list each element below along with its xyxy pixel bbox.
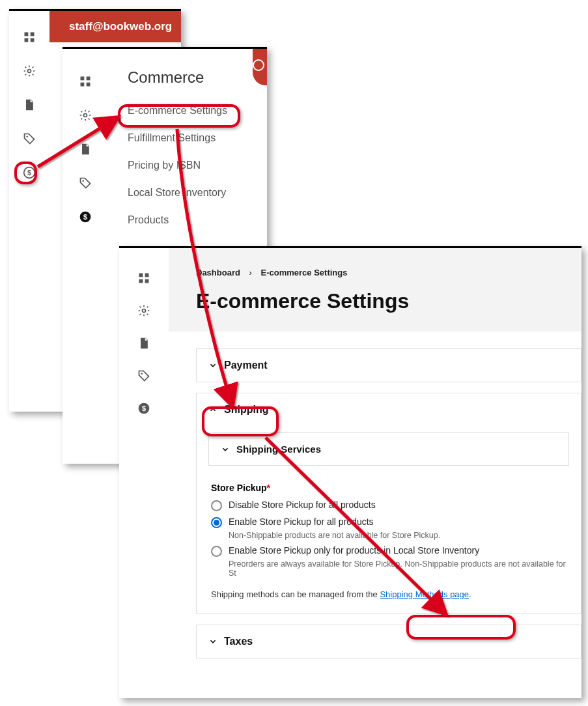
svg-point-5	[26, 135, 28, 137]
dashboard-icon[interactable]	[137, 272, 150, 285]
radio-icon[interactable]	[211, 546, 222, 557]
section-taxes-label: Taxes	[224, 636, 253, 647]
option-1-note: Non-Shippable products are not available…	[229, 531, 569, 540]
footnote-suffix: .	[469, 589, 471, 599]
dashboard-icon[interactable]	[23, 31, 36, 44]
section-shipping-label: Shipping	[224, 404, 268, 416]
gear-icon[interactable]	[23, 64, 36, 78]
page-content: Dashboard › E-commerce Settings E-commer…	[169, 248, 581, 698]
gear-icon[interactable]	[79, 109, 92, 122]
radio-icon[interactable]	[211, 517, 222, 528]
panel-ecommerce-settings: $ Dashboard › E-commerce Settings E-comm…	[119, 246, 581, 698]
svg-text:$: $	[83, 213, 87, 221]
svg-text:$: $	[27, 169, 31, 176]
section-payment: Payment	[196, 348, 581, 382]
svg-point-13	[82, 180, 84, 182]
radio-icon[interactable]	[211, 500, 222, 511]
svg-rect-16	[139, 274, 143, 277]
page-header: Dashboard › E-commerce Settings E-commer…	[169, 248, 581, 332]
required-marker: *	[267, 483, 270, 493]
option-label: Enable Store Pickup only for products in…	[229, 545, 479, 556]
settings-accordion: Payment Shipping Shipping Services	[196, 348, 581, 658]
tag-icon[interactable]	[23, 132, 36, 145]
svg-rect-0	[25, 33, 29, 36]
tag-icon[interactable]	[79, 176, 92, 190]
breadcrumb: Dashboard › E-commerce Settings	[196, 268, 554, 277]
subsection-shipping-services-header[interactable]: Shipping Services	[209, 433, 568, 465]
section-payment-header[interactable]: Payment	[197, 349, 581, 382]
svg-point-4	[28, 70, 31, 73]
footnote-prefix: Shipping methods can be managed from the	[211, 589, 380, 599]
svg-rect-8	[81, 77, 85, 81]
section-shipping: Shipping Shipping Services Store Pickup*	[196, 393, 581, 614]
section-taxes-header[interactable]: Taxes	[197, 625, 581, 658]
subsection-shipping-services: Shipping Services	[208, 432, 569, 466]
option-label: Disable Store Pickup for all products	[229, 500, 376, 510]
svg-text:$: $	[142, 404, 146, 412]
svg-rect-19	[145, 279, 149, 283]
sidebar: $	[9, 11, 49, 412]
page-title: E-commerce Settings	[196, 289, 554, 313]
tag-icon[interactable]	[137, 369, 150, 382]
user-header: staff@bookweb.org	[49, 11, 181, 42]
option-label: Enable Store Pickup for all products	[229, 516, 374, 527]
dashboard-icon[interactable]	[79, 75, 92, 88]
page-icon[interactable]	[79, 143, 92, 156]
commerce-menu: Commerce E-commerce Settings Fulfillment…	[115, 62, 260, 242]
svg-rect-17	[145, 274, 149, 277]
store-pickup-label: Store Pickup*	[211, 483, 569, 493]
svg-point-21	[141, 373, 143, 374]
svg-rect-1	[31, 33, 35, 36]
breadcrumb-separator: ›	[249, 268, 252, 277]
breadcrumb-current: E-commerce Settings	[261, 268, 348, 277]
svg-rect-11	[87, 83, 91, 87]
shipping-methods-link[interactable]: Shipping Methods page	[380, 589, 469, 599]
page-icon[interactable]	[137, 337, 150, 350]
svg-point-20	[143, 309, 146, 313]
section-payment-label: Payment	[224, 360, 268, 371]
store-pickup-option-0[interactable]: Disable Store Pickup for all products	[211, 500, 569, 511]
dollar-icon[interactable]: $	[23, 166, 36, 179]
store-pickup-option-1[interactable]: Enable Store Pickup for all products	[211, 516, 569, 528]
section-taxes: Taxes	[196, 625, 581, 658]
svg-rect-3	[31, 38, 35, 42]
dollar-icon[interactable]: $	[137, 402, 150, 415]
chevron-down-icon	[208, 361, 217, 370]
svg-rect-18	[139, 279, 143, 283]
chevron-up-icon	[208, 405, 217, 414]
svg-rect-9	[87, 77, 91, 81]
breadcrumb-root[interactable]: Dashboard	[196, 268, 240, 277]
dollar-icon[interactable]: $	[79, 210, 92, 223]
sidebar: $	[63, 49, 108, 464]
menu-title: Commerce	[128, 68, 260, 87]
svg-rect-10	[81, 83, 85, 87]
menu-item-fulfillment-settings[interactable]: Fulfillment Settings	[128, 132, 260, 144]
store-pickup-option-2[interactable]: Enable Store Pickup only for products in…	[211, 545, 569, 557]
user-email: staff@bookweb.org	[69, 20, 172, 33]
subsection-label: Shipping Services	[236, 444, 321, 455]
svg-rect-2	[25, 38, 29, 42]
option-2-note: Preorders are always available for Store…	[229, 559, 569, 578]
menu-item-local-store-inventory[interactable]: Local Store Inventory	[128, 187, 260, 199]
section-shipping-body: Shipping Services Store Pickup* Disable …	[197, 432, 581, 614]
section-shipping-header[interactable]: Shipping	[197, 393, 581, 426]
menu-item-products[interactable]: Products	[128, 214, 260, 226]
shipping-footnote: Shipping methods can be managed from the…	[211, 589, 569, 599]
sidebar: $	[119, 248, 169, 698]
chevron-down-icon	[221, 445, 230, 454]
chevron-down-icon	[208, 637, 217, 646]
svg-point-12	[84, 114, 87, 117]
gear-icon[interactable]	[137, 304, 150, 317]
menu-item-ecommerce-settings[interactable]: E-commerce Settings	[128, 105, 260, 117]
page-icon[interactable]	[23, 98, 36, 111]
menu-item-pricing-by-isbn[interactable]: Pricing by ISBN	[128, 160, 260, 171]
